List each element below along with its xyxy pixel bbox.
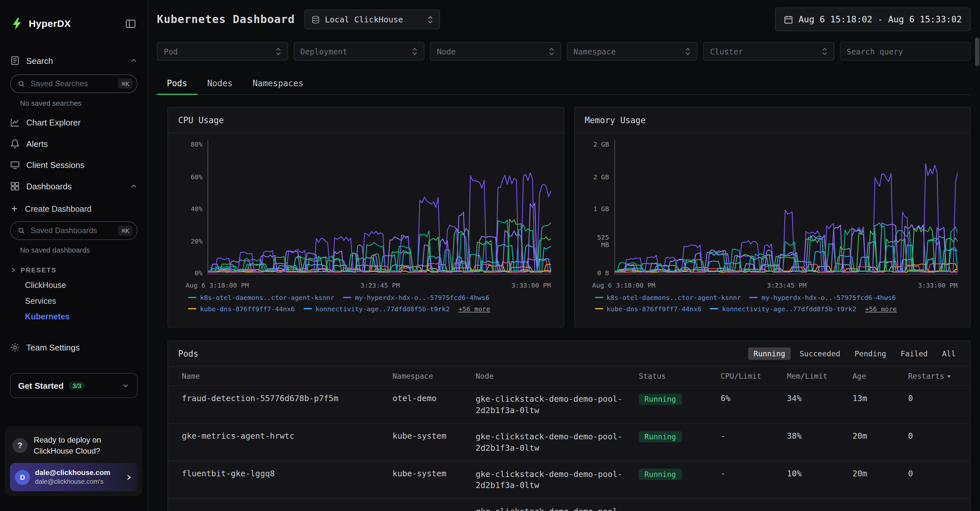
logo-row: HyperDX <box>10 14 137 34</box>
legend-item[interactable]: konnectivity-age..77dfdd8f5b-t9rk2 <box>304 305 450 312</box>
sidebar-collapse-button[interactable] <box>124 17 137 30</box>
tab-namespaces[interactable]: Namespaces <box>243 73 313 95</box>
sidebar-item-services[interactable]: Services <box>10 293 137 309</box>
legend-item[interactable]: kube-dns-876ff9ff7-44nx6 <box>595 305 702 312</box>
column-label: Mem/Limit <box>787 372 827 380</box>
search-section-icon <box>10 56 20 66</box>
filter-select-cluster[interactable]: Cluster <box>703 42 834 60</box>
sidebar-item-clickhouse[interactable]: ClickHouse <box>10 277 137 293</box>
tab-nodes[interactable]: Nodes <box>197 73 243 95</box>
y-axis-label: 80% <box>168 140 202 148</box>
saved-searches-input[interactable]: Saved Searches ⌘K <box>10 74 137 93</box>
chevron-up-icon <box>130 183 137 190</box>
filter-select-value: Deployment <box>300 47 347 56</box>
tab-pods[interactable]: Pods <box>157 73 197 95</box>
get-started-button[interactable]: Get Started 3/3 <box>10 373 137 398</box>
x-axis-tick: 3:23:45 PM <box>360 281 400 288</box>
filter-select-deployment[interactable]: Deployment <box>293 42 425 60</box>
legend-dash <box>750 297 758 298</box>
legend-dash <box>304 308 312 309</box>
scrollbar-thumb[interactable] <box>975 38 979 67</box>
status-filter-pending[interactable]: Pending <box>849 348 892 360</box>
cell-namespace: kube-system <box>392 431 476 453</box>
legend-more-link[interactable]: +56 more <box>458 305 490 312</box>
table-row[interactable]: fraud-detection-55776d678b-p7f5motel-dem… <box>168 386 970 424</box>
saved-dashboards-input[interactable]: Saved Dashboards ⌘K <box>10 221 137 240</box>
sidebar-item-kubernetes[interactable]: Kubernetes <box>10 309 137 324</box>
legend-pod-link[interactable]: kube-dns-876ff9ff7-44nx6 <box>200 305 295 312</box>
legend-item[interactable]: k8s-otel-daemons..ctor-agent-ksnnr <box>595 294 741 301</box>
legend-pod-link[interactable]: konnectivity-age..77dfdd8f5b-t9rk2 <box>315 305 450 312</box>
cloud-deploy-help[interactable]: ? Ready to deploy on ClickHouse Cloud? <box>10 431 137 463</box>
legend-pod-link[interactable]: konnectivity-age..77dfdd8f5b-t9rk2 <box>722 305 856 312</box>
table-row[interactable]: gke-clickstack-demo-demo-pool-2d2b1f3a-0… <box>168 499 970 511</box>
table-row[interactable]: gke-metrics-agent-hrwtckube-systemgke-cl… <box>168 424 970 462</box>
filter-select-namespace[interactable]: Namespace <box>566 42 698 60</box>
column-header-cpu-limit[interactable]: CPU/Limit <box>721 372 787 380</box>
saved-dashboards-placeholder: Saved Dashboards <box>30 226 113 235</box>
date-range-picker[interactable]: Aug 6 15:18:02 - Aug 6 15:33:02 <box>775 8 970 31</box>
sidebar-item-team-settings[interactable]: Team Settings <box>10 337 137 358</box>
x-axis-tick: 3:33:00 PM <box>918 281 958 288</box>
create-dashboard-button[interactable]: Create Dashboard <box>10 199 137 218</box>
cell-namespace: otel-demo <box>392 394 476 415</box>
cell-name: fluentbit-gke-lggq8 <box>182 469 392 491</box>
sidebar-item-client-sessions[interactable]: Client Sessions <box>10 154 137 176</box>
sidebar-item-search[interactable]: Search <box>10 50 137 71</box>
column-header-restarts[interactable]: Restarts▼ <box>908 372 960 380</box>
sidebar-item-alerts[interactable]: Alerts <box>10 133 137 154</box>
status-filter-failed[interactable]: Failed <box>895 348 933 360</box>
y-axis-label: 525 MB <box>574 233 609 249</box>
x-axis-tick: Aug 6 3:18:00 PM <box>592 281 655 288</box>
sidebar-item-chart-explorer[interactable]: Chart Explorer <box>10 112 137 133</box>
column-label: Age <box>853 372 866 380</box>
legend-dash <box>188 308 196 309</box>
cell-cpu: - <box>721 431 787 453</box>
column-header-status[interactable]: Status <box>639 372 721 380</box>
chevron-right-icon <box>125 473 132 481</box>
filter-select-value: Namespace <box>573 47 616 56</box>
bell-icon <box>10 139 20 149</box>
column-header-namespace[interactable]: Namespace <box>392 372 476 380</box>
legend-dash <box>343 297 351 298</box>
hyperdx-logo-icon <box>10 17 24 30</box>
legend-pod-link[interactable]: kube-dns-876ff9ff7-44nx6 <box>606 305 701 312</box>
sidebar-item-label: Client Sessions <box>26 160 84 170</box>
legend-item[interactable]: k8s-otel-daemons..ctor-agent-ksnnr <box>188 294 334 301</box>
source-select[interactable]: Local ClickHouse <box>304 10 440 30</box>
legend-pod-link[interactable]: k8s-otel-daemons..ctor-agent-ksnnr <box>200 294 334 301</box>
chevron-right-icon <box>10 267 16 273</box>
column-header-age[interactable]: Age <box>853 372 908 380</box>
status-filter-succeeded[interactable]: Succeeded <box>794 348 846 360</box>
cell-cpu: 6% <box>721 394 787 415</box>
column-label: Namespace <box>392 372 433 380</box>
legend-item[interactable]: kube-dns-876ff9ff7-44nx6 <box>188 305 295 312</box>
grid-icon <box>10 181 20 191</box>
user-menu[interactable]: D dale@clickhouse.com dale@clickhouse.co… <box>10 463 137 491</box>
legend-pod-link[interactable]: k8s-otel-daemons..ctor-agent-ksnnr <box>606 294 741 301</box>
presets-toggle[interactable]: PRESETS <box>10 262 137 277</box>
cell-node: gke-clickstack-demo-demo-pool-2d2b1f3a-0… <box>476 431 639 453</box>
status-filter-all[interactable]: All <box>937 348 961 360</box>
column-header-mem-limit[interactable]: Mem/Limit <box>787 372 852 380</box>
legend-pod-link[interactable]: my-hyperdx-hdx-o..-57975fcd6-4hws6 <box>761 294 896 301</box>
status-filter-running[interactable]: Running <box>748 348 791 360</box>
legend-dash <box>188 297 196 298</box>
legend-item[interactable]: my-hyperdx-hdx-o..-57975fcd6-4hws6 <box>343 294 489 301</box>
legend-item[interactable]: my-hyperdx-hdx-o..-57975fcd6-4hws6 <box>750 294 896 301</box>
filter-select-value: Pod <box>164 47 178 56</box>
sidebar-item-dashboards[interactable]: Dashboards <box>10 176 137 197</box>
legend-pod-link[interactable]: my-hyperdx-hdx-o..-57975fcd6-4hws6 <box>355 294 489 301</box>
table-row[interactable]: fluentbit-gke-lggq8kube-systemgke-clicks… <box>168 462 970 499</box>
search-query-input[interactable] <box>840 42 970 60</box>
column-header-name[interactable]: Name <box>182 372 392 380</box>
filter-select-node[interactable]: Node <box>430 42 561 60</box>
legend-item[interactable]: konnectivity-age..77dfdd8f5b-t9rk2 <box>710 305 856 312</box>
column-header-node[interactable]: Node <box>476 372 639 380</box>
cell-age: 13m <box>853 394 908 415</box>
cell-mem: 10% <box>787 469 852 491</box>
filter-select-pod[interactable]: Pod <box>157 42 288 60</box>
no-saved-dashboards-text: No saved dashboards <box>20 246 137 253</box>
calendar-icon <box>783 14 793 24</box>
legend-more-link[interactable]: +56 more <box>865 305 897 312</box>
